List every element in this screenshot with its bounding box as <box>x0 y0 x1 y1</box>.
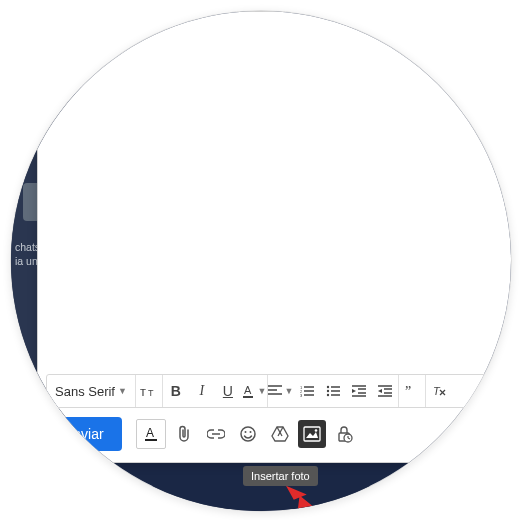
italic-button[interactable]: I <box>189 375 215 407</box>
svg-marker-20 <box>352 389 356 393</box>
indent-less-button[interactable] <box>346 375 372 407</box>
svg-point-37 <box>249 431 251 433</box>
svg-point-43 <box>314 429 317 432</box>
svg-rect-34 <box>145 439 157 441</box>
svg-marker-25 <box>378 389 382 393</box>
emoji-button[interactable] <box>234 420 262 448</box>
align-button[interactable]: ▼ <box>268 375 294 407</box>
svg-line-40 <box>278 427 283 436</box>
svg-text:T: T <box>433 385 441 397</box>
svg-point-36 <box>244 431 246 433</box>
font-family-label: Sans Serif <box>55 384 115 399</box>
svg-text:A: A <box>244 384 252 396</box>
svg-point-15 <box>327 394 329 396</box>
chevron-down-icon: ▼ <box>284 386 293 396</box>
send-toolbar: Enviar A <box>46 416 510 452</box>
text-color-button[interactable]: A ▼ <box>241 375 267 407</box>
bottom-bar <box>11 486 512 512</box>
attach-button[interactable] <box>170 420 198 448</box>
annotation-arrow <box>286 479 322 512</box>
svg-line-39 <box>277 427 282 436</box>
svg-point-13 <box>327 386 329 388</box>
bold-button[interactable]: B <box>163 375 189 407</box>
svg-marker-48 <box>286 479 317 512</box>
indent-more-button[interactable] <box>372 375 398 407</box>
font-family-select[interactable]: Sans Serif ▼ <box>47 375 136 407</box>
underline-button[interactable]: U <box>215 375 241 407</box>
chevron-down-icon: ▼ <box>257 386 266 396</box>
svg-text:”: ” <box>405 385 411 397</box>
numbered-list-button[interactable]: 123 <box>294 375 320 407</box>
svg-text:T: T <box>148 388 154 398</box>
insert-photo-button[interactable] <box>298 420 326 448</box>
svg-marker-38 <box>272 427 288 441</box>
format-toolbar: Sans Serif ▼ тT B I U A ▼ <box>46 374 510 408</box>
send-button-label: Enviar <box>64 426 104 442</box>
bullet-list-button[interactable] <box>320 375 346 407</box>
compose-window: Sans Serif ▼ тT B I U A ▼ <box>37 11 512 463</box>
svg-marker-42 <box>306 432 318 438</box>
drive-button[interactable] <box>266 420 294 448</box>
svg-text:3: 3 <box>300 393 303 397</box>
svg-rect-41 <box>304 427 320 441</box>
svg-point-14 <box>327 390 329 392</box>
svg-text:A: A <box>146 426 154 440</box>
svg-rect-3 <box>243 396 253 398</box>
confidential-button[interactable] <box>330 420 358 448</box>
quote-button[interactable]: ” <box>399 375 425 407</box>
font-size-button[interactable]: тT <box>136 375 162 407</box>
chevron-down-icon: ▼ <box>118 386 127 396</box>
svg-text:т: т <box>140 384 146 398</box>
format-toggle-button[interactable]: A <box>136 419 166 449</box>
clear-format-button[interactable]: T <box>426 375 452 407</box>
svg-point-35 <box>241 427 255 441</box>
send-button[interactable]: Enviar <box>46 417 122 451</box>
link-button[interactable] <box>202 420 230 448</box>
